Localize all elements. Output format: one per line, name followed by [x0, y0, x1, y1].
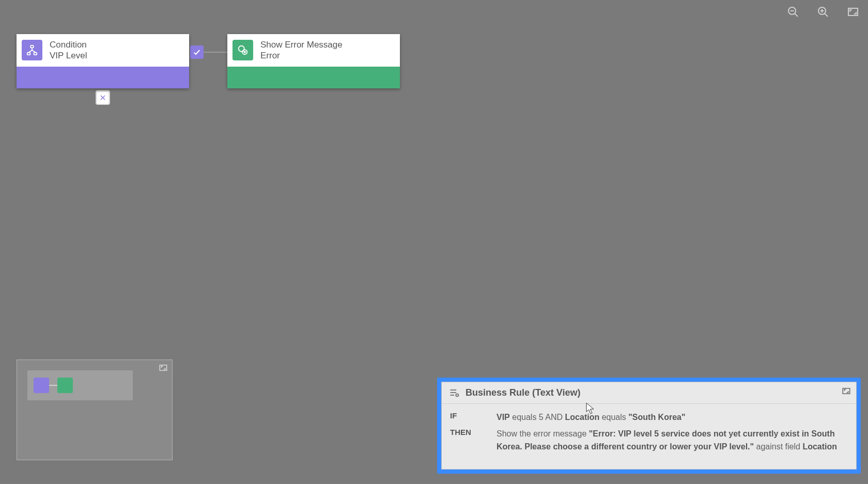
if-field-location: Location	[565, 413, 600, 421]
svg-point-16	[239, 46, 244, 52]
textview-icon	[449, 387, 459, 398]
if-value-southkorea: "South Korea"	[628, 413, 685, 421]
svg-line-12	[29, 50, 32, 53]
action-node-footer	[227, 67, 400, 88]
action-node-subtitle: Error	[260, 50, 343, 61]
then-field-location: Location	[802, 442, 837, 451]
textview-highlight: Business Rule (Text View) IF VIP equals …	[437, 378, 861, 474]
connector-false-badge[interactable]	[96, 91, 110, 104]
svg-rect-10	[34, 53, 37, 55]
action-node-title: Show Error Message	[260, 39, 343, 50]
minimap-connector	[49, 385, 57, 386]
condition-node-footer	[17, 67, 189, 88]
error-action-icon	[233, 40, 253, 60]
action-node-header: Show Error Message Error	[227, 34, 400, 67]
textview-if-keyword: IF	[450, 411, 497, 424]
textview-panel[interactable]: Business Rule (Text View) IF VIP equals …	[441, 382, 857, 470]
svg-line-13	[32, 50, 35, 53]
condition-node[interactable]: Condition VIP Level	[17, 34, 189, 88]
svg-rect-25	[843, 388, 850, 394]
if-field-vip: VIP	[497, 413, 510, 421]
textview-expand-button[interactable]	[842, 386, 851, 398]
textview-then-keyword: THEN	[450, 428, 497, 454]
condition-node-subtitle: VIP Level	[50, 50, 87, 61]
branch-icon	[22, 40, 42, 60]
svg-rect-20	[160, 365, 167, 371]
minimap[interactable]	[17, 360, 173, 460]
textview-title: Business Rule (Text View)	[466, 387, 580, 398]
connector-true-badge[interactable]	[190, 45, 204, 59]
svg-point-24	[456, 394, 458, 397]
action-node[interactable]: Show Error Message Error	[227, 34, 400, 88]
textview-if-expression: VIP equals 5 AND Location equals "South …	[497, 411, 848, 424]
textview-body: IF VIP equals 5 AND Location equals "Sou…	[442, 404, 856, 469]
condition-node-title: Condition	[50, 39, 87, 50]
svg-rect-8	[30, 45, 34, 48]
textview-then-expression: Show the error message "Error: VIP level…	[497, 428, 848, 454]
textview-header: Business Rule (Text View)	[442, 382, 856, 404]
svg-rect-9	[27, 53, 30, 55]
minimap-expand-button[interactable]	[159, 363, 168, 374]
minimap-action-node	[57, 378, 73, 393]
minimap-condition-node	[34, 378, 49, 393]
condition-node-header: Condition VIP Level	[17, 34, 189, 67]
